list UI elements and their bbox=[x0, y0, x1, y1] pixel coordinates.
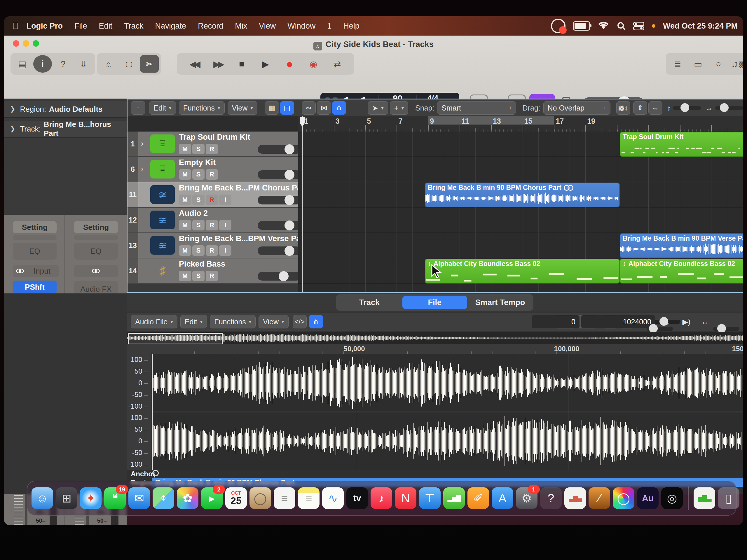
solo-button[interactable]: S bbox=[192, 271, 205, 281]
dock-reminders[interactable]: ≡ bbox=[274, 487, 295, 509]
menu-item-1[interactable]: 1 bbox=[327, 22, 332, 30]
disclosure-icon[interactable]: › bbox=[141, 139, 144, 148]
tab-smart-tempo[interactable]: Smart Tempo bbox=[468, 296, 533, 309]
volume-slider[interactable] bbox=[258, 145, 301, 154]
dock-keynote[interactable]: ⊤ bbox=[419, 487, 441, 509]
input-monitor-button[interactable]: I bbox=[219, 194, 231, 205]
position-field[interactable]: 0 bbox=[532, 315, 579, 328]
menu-item-help[interactable]: Help bbox=[343, 22, 360, 30]
dock-garageband[interactable]: ∕ bbox=[589, 487, 610, 509]
loop-browser-icon[interactable]: ○ bbox=[709, 55, 728, 73]
track-header-13[interactable]: 13≆Bring Me Back B...BPM Verse PartMSRI bbox=[128, 233, 298, 259]
catch-playhead-icon[interactable]: ⋔ bbox=[332, 101, 346, 115]
mute-button[interactable]: M bbox=[179, 271, 191, 281]
track-header-1[interactable]: 1›⌸Trap Soul Drum KitMSR bbox=[128, 132, 298, 157]
snap-dropdown[interactable]: Smart↕ bbox=[437, 101, 516, 115]
panel-down-icon[interactable]: ⇩ bbox=[74, 55, 93, 73]
dock-apple-tv[interactable]: tv bbox=[346, 487, 368, 509]
bar-ruler[interactable]: 135791113151719 bbox=[298, 116, 743, 132]
track-lanes[interactable]: Trap Soul Drum KitTrap Soul Drum KitBrin… bbox=[298, 132, 743, 292]
dock-audition[interactable]: Au bbox=[637, 487, 659, 509]
rewind-icon[interactable]: ◀◀ bbox=[184, 55, 203, 73]
dock-messages[interactable]: ❝19 bbox=[104, 487, 126, 509]
menu-item-window[interactable]: Window bbox=[287, 22, 315, 30]
wifi-icon[interactable] bbox=[598, 22, 609, 30]
dock-safari[interactable]: ✦ bbox=[80, 487, 102, 509]
dock-creative-cloud[interactable]: ◯ bbox=[613, 487, 634, 509]
dock-contacts[interactable]: ◯ bbox=[250, 487, 271, 509]
dock-settings[interactable]: ⚙1 bbox=[516, 487, 538, 509]
control-center-icon[interactable] bbox=[633, 22, 644, 30]
mute-button[interactable]: M bbox=[179, 220, 191, 231]
solo-button[interactable]: S bbox=[192, 220, 205, 231]
menu-item-mix[interactable]: Mix bbox=[235, 22, 247, 30]
track-header-14[interactable]: 14♯Picked BassMSR bbox=[128, 259, 298, 284]
grid-view-icon[interactable]: ▦ bbox=[265, 101, 279, 115]
menu-item-navigate[interactable]: Navigate bbox=[155, 22, 186, 30]
dock-finder[interactable]: ☺ bbox=[31, 487, 53, 509]
disclosure-icon[interactable]: ❯ bbox=[10, 125, 15, 133]
editor-hzoom-slider[interactable] bbox=[713, 327, 740, 331]
setting-button[interactable]: Setting bbox=[13, 221, 57, 233]
dock-camera-lens[interactable]: ◎ bbox=[661, 487, 683, 509]
record-enable-button[interactable]: R bbox=[206, 271, 218, 281]
drum-machine-icon[interactable]: ⌸ bbox=[150, 134, 175, 153]
capture-record-icon[interactable]: ◉ bbox=[304, 55, 323, 73]
stereo-format-icon[interactable] bbox=[92, 269, 100, 273]
dock-trash[interactable]: ▯ bbox=[718, 487, 740, 509]
disclosure-icon[interactable]: › bbox=[141, 164, 144, 174]
dock-music[interactable]: ♪ bbox=[370, 487, 392, 509]
dock-launchpad[interactable]: ⊞ bbox=[56, 487, 77, 509]
region-audio[interactable]: Bring Me Back B min 90 BPM Verse Part bbox=[620, 233, 743, 258]
tray-icon[interactable]: ▤ bbox=[13, 55, 31, 73]
insert-slot[interactable]: PShft bbox=[13, 281, 57, 293]
track-view-icon[interactable]: ▤ bbox=[280, 101, 294, 115]
empty-slot[interactable] bbox=[74, 235, 118, 240]
inspector-info-icon[interactable]: i bbox=[33, 55, 52, 73]
vertical-zoom-icon[interactable]: ⇕ bbox=[633, 101, 647, 115]
volume-slider[interactable] bbox=[258, 246, 301, 255]
record-enable-button[interactable]: R bbox=[206, 194, 218, 205]
crossfade-icon[interactable]: ⋈ bbox=[317, 101, 331, 115]
record-enable-button[interactable]: R bbox=[206, 169, 218, 180]
dock-maps[interactable]: ⌖ bbox=[153, 487, 174, 509]
editor-menu-edit[interactable]: Edit ▾ bbox=[180, 315, 207, 328]
track-name[interactable]: Bring Me Back B...PM Chorus Part bbox=[179, 183, 307, 192]
media-browser-icon[interactable]: ♫▩ bbox=[729, 55, 743, 73]
split-icon[interactable]: ⋔ bbox=[309, 315, 323, 328]
record-icon[interactable]: ● bbox=[280, 55, 299, 73]
menu-item-view[interactable]: View bbox=[259, 22, 276, 30]
dock-app-store[interactable]: A bbox=[492, 487, 513, 509]
editor-playhead[interactable] bbox=[152, 354, 153, 470]
mute-button[interactable]: M bbox=[179, 194, 191, 205]
horizontal-zoom-icon[interactable]: ⇔ bbox=[648, 101, 662, 115]
brightness-icon[interactable]: ☼ bbox=[99, 55, 118, 73]
tab-file[interactable]: File bbox=[403, 296, 467, 309]
list-editors-icon[interactable]: ≣ bbox=[668, 55, 687, 73]
apple-menu-icon[interactable]:  bbox=[12, 21, 19, 31]
tab-track[interactable]: Track bbox=[337, 296, 402, 309]
region-drums[interactable]: Trap Soul Drum Kit bbox=[620, 132, 743, 157]
menu-item-file[interactable]: File bbox=[74, 22, 87, 30]
solo-button[interactable]: S bbox=[192, 245, 205, 256]
glue-icon[interactable]: ∾ bbox=[302, 101, 316, 115]
playhead[interactable] bbox=[302, 116, 303, 292]
stop-icon[interactable]: ■ bbox=[232, 55, 251, 73]
app-menu-logic-pro[interactable]: Logic Pro bbox=[27, 22, 63, 31]
volume-slider[interactable] bbox=[258, 221, 301, 230]
overview-selection[interactable] bbox=[128, 333, 223, 344]
drag-dropdown[interactable]: No Overlap↕ bbox=[543, 101, 611, 115]
record-enable-button[interactable]: R bbox=[206, 220, 218, 231]
tracks-menu-edit[interactable]: Edit ▾ bbox=[149, 101, 176, 115]
solo-button[interactable]: S bbox=[192, 194, 205, 205]
screen-recording-icon[interactable] bbox=[551, 19, 566, 33]
menu-item-track[interactable]: Track bbox=[124, 22, 144, 30]
scissors-icon[interactable]: ✂ bbox=[140, 55, 159, 73]
mute-button[interactable]: M bbox=[179, 144, 191, 154]
waveform-icon[interactable]: ≆ bbox=[150, 211, 175, 229]
editor-menu-functions[interactable]: Functions ▾ bbox=[210, 315, 256, 328]
region-bass[interactable]: ↕Alphabet City Boundless Bass 02 bbox=[425, 259, 620, 284]
record-enable-button[interactable]: R bbox=[206, 245, 218, 256]
input-slot[interactable]: Input bbox=[13, 265, 59, 277]
input-monitor-button[interactable]: I bbox=[219, 220, 231, 231]
